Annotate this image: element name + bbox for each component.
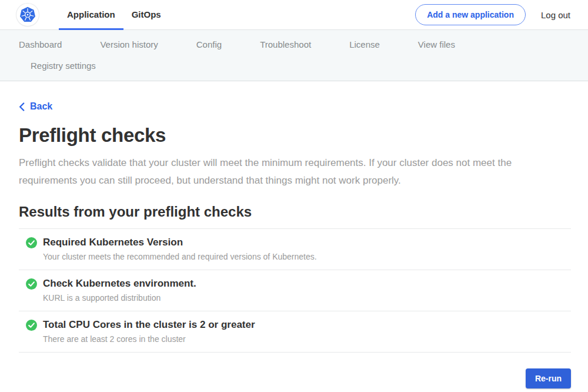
page-description: Preflight checks validate that your clus…	[19, 154, 566, 190]
subnav-item-license[interactable]: License	[343, 35, 386, 54]
subnav-item-config[interactable]: Config	[191, 35, 228, 54]
check-item: Required Kubernetes Version Your cluster…	[19, 229, 571, 270]
kubernetes-logo	[16, 4, 39, 26]
check-description: There are at least 2 cores in the cluste…	[43, 334, 255, 344]
subnav-row-2: Registry settings	[13, 55, 575, 76]
subnav-item-view-files[interactable]: View files	[412, 35, 461, 54]
subnav-item-registry-settings[interactable]: Registry settings	[25, 56, 102, 75]
subnav-item-dashboard[interactable]: Dashboard	[13, 35, 68, 54]
preflight-page: Back Preflight checks Preflight checks v…	[0, 81, 588, 392]
check-pass-icon	[26, 237, 37, 248]
tab-gitops[interactable]: GitOps	[123, 0, 169, 30]
tab-application-label: Application	[67, 9, 115, 19]
check-item: Check Kubernetes environment. KURL is a …	[19, 270, 571, 311]
check-description: Your cluster meets the recommended and r…	[43, 252, 317, 261]
check-pass-icon	[26, 320, 37, 331]
check-item: Total CPU Cores in the cluster is 2 or g…	[19, 311, 571, 353]
check-text: Total CPU Cores in the cluster is 2 or g…	[43, 319, 255, 344]
primary-tabs: Application GitOps	[59, 0, 169, 29]
check-title: Check Kubernetes environment.	[43, 278, 196, 290]
back-link[interactable]: Back	[19, 101, 52, 112]
check-pass-icon	[26, 278, 37, 290]
logout-link[interactable]: Log out	[541, 10, 570, 20]
subnav-row-1: Dashboard Version history Config Trouble…	[13, 34, 575, 55]
kubernetes-helm-wheel-icon	[19, 6, 36, 24]
back-link-label: Back	[30, 101, 52, 112]
chevron-left-icon	[19, 102, 25, 111]
check-text: Check Kubernetes environment. KURL is a …	[43, 278, 196, 303]
app-subnav: Dashboard Version history Config Trouble…	[0, 30, 588, 81]
footer-actions: Re-run	[19, 368, 571, 388]
page-title: Preflight checks	[19, 124, 571, 147]
subnav-item-version-history[interactable]: Version history	[94, 35, 163, 54]
top-navbar: Application GitOps Add a new application…	[0, 0, 588, 30]
check-description: KURL is a supported distribution	[43, 293, 196, 303]
rerun-button[interactable]: Re-run	[526, 368, 571, 388]
navbar-right: Add a new application Log out	[415, 0, 570, 29]
subnav-item-troubleshoot[interactable]: Troubleshoot	[254, 35, 317, 54]
add-new-application-button[interactable]: Add a new application	[415, 4, 526, 25]
tab-gitops-label: GitOps	[132, 9, 161, 19]
preflight-results-list: Required Kubernetes Version Your cluster…	[19, 228, 571, 353]
check-title: Required Kubernetes Version	[43, 237, 317, 248]
check-title: Total CPU Cores in the cluster is 2 or g…	[43, 319, 255, 331]
check-text: Required Kubernetes Version Your cluster…	[43, 237, 317, 261]
results-heading: Results from your preflight checks	[19, 204, 571, 220]
tab-application[interactable]: Application	[59, 0, 123, 30]
